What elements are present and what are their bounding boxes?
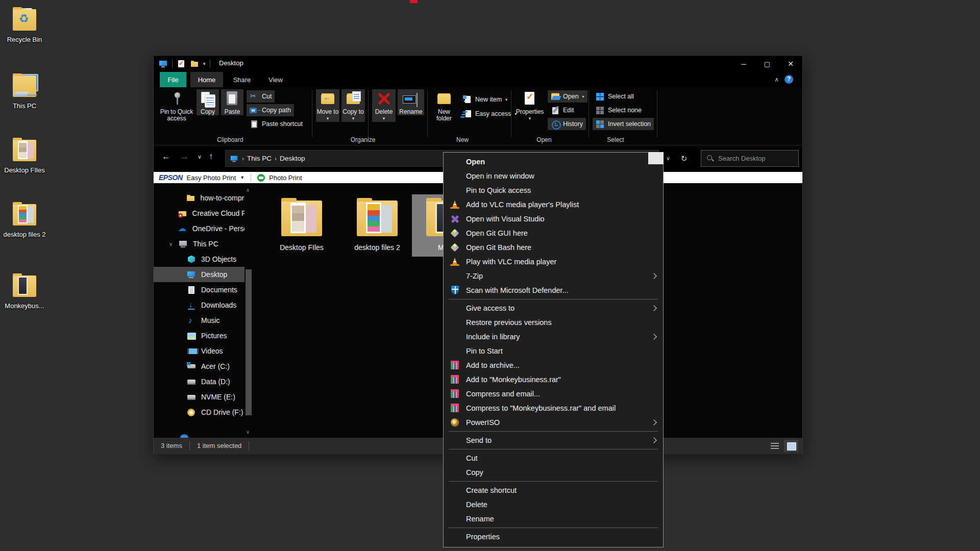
nav-item[interactable]: ∨ 3D Objects xyxy=(154,252,244,267)
context-menu-item[interactable]: Scan with Microsoft Defender... xyxy=(444,283,663,297)
scrollbar-thumb[interactable] xyxy=(246,269,252,415)
refresh-icon[interactable]: ↻ xyxy=(677,150,691,167)
paste-shortcut-button[interactable]: Paste shortcut xyxy=(247,118,306,130)
move-to-button[interactable]: Move to xyxy=(316,89,339,122)
minimize-button[interactable]: ─ xyxy=(732,56,755,72)
up-button[interactable]: ↑ xyxy=(209,152,213,162)
context-menu-item[interactable]: Open Git GUI here xyxy=(444,226,663,240)
nav-item[interactable]: ∨ Music xyxy=(154,313,244,328)
context-menu-item[interactable]: Rename xyxy=(444,512,663,526)
properties-quick-icon[interactable] xyxy=(177,60,186,68)
context-menu-item[interactable]: Add to "Monkeybusiness.rar" xyxy=(444,372,663,387)
nav-item[interactable]: ∨ Acer (C:) xyxy=(154,359,244,374)
breadcrumb-desktop[interactable]: Desktop xyxy=(280,155,305,162)
cut-button[interactable]: Cut xyxy=(247,90,275,103)
desktop-icon[interactable]: This PC xyxy=(0,71,49,110)
context-menu-item[interactable]: Include in library xyxy=(444,330,663,344)
file-tile[interactable]: Desktop FIles xyxy=(267,194,336,257)
select-all-button[interactable]: Select all xyxy=(593,90,637,103)
nav-item[interactable]: ∨ Videos xyxy=(154,343,244,359)
desktop-icon[interactable]: Monkeybus... xyxy=(0,271,49,310)
search-input[interactable]: Search Desktop xyxy=(701,150,799,167)
scroll-down-icon[interactable]: ∨ xyxy=(246,429,250,435)
submenu-chevron-icon xyxy=(651,273,656,279)
nav-scrollbar[interactable]: ∧ ∨ xyxy=(244,183,253,438)
close-button[interactable]: ✕ xyxy=(779,56,802,72)
nav-item[interactable]: ∨ Desktop xyxy=(154,267,244,282)
tab-view[interactable]: View xyxy=(261,72,290,87)
pin-to-quick-access-button[interactable]: Pin to Quick access xyxy=(160,89,193,122)
copy-to-button[interactable]: Copy to xyxy=(341,89,365,122)
context-menu-item[interactable]: Copy xyxy=(444,465,663,480)
context-menu-item[interactable]: Give access to xyxy=(444,301,663,315)
context-menu-item[interactable]: Create shortcut xyxy=(444,483,663,497)
nav-item[interactable]: ∨ CD Drive (F:) xyxy=(154,405,244,420)
context-menu-item[interactable]: Open Git Bash here xyxy=(444,240,663,255)
context-menu-item[interactable]: Add to VLC media player's Playlist xyxy=(444,197,663,212)
customize-qat-caret-icon[interactable]: ▾ xyxy=(203,61,206,66)
photo-print-button[interactable]: Photo Print xyxy=(269,174,302,182)
nav-item[interactable]: ∨ Pictures xyxy=(154,328,244,343)
nav-item[interactable]: ∨ OneDrive - Person xyxy=(154,221,244,236)
epson-dropdown-caret-icon[interactable]: ▼ xyxy=(240,175,244,180)
context-menu-item[interactable]: Delete xyxy=(444,497,663,512)
desktop-icon[interactable]: Recycle Bin xyxy=(0,5,49,43)
open-button[interactable]: Open xyxy=(548,90,587,103)
tab-file[interactable]: File xyxy=(160,72,186,87)
nav-item[interactable]: ∨ Documents xyxy=(154,282,244,297)
context-menu-item[interactable]: Compress and email... xyxy=(444,387,663,401)
maximize-button[interactable]: ▢ xyxy=(755,56,779,72)
paste-button[interactable]: Paste xyxy=(221,89,243,115)
context-menu-item[interactable]: Open with Visual Studio xyxy=(444,212,663,226)
expand-caret-icon[interactable]: ∨ xyxy=(169,241,174,247)
context-menu-item[interactable]: Cut xyxy=(444,451,663,465)
rename-button[interactable]: Rename xyxy=(398,89,424,115)
select-none-button[interactable]: Select none xyxy=(593,104,645,116)
nav-item[interactable]: ∨ This PC xyxy=(154,236,244,252)
context-menu-item[interactable]: Send to xyxy=(444,433,663,447)
context-menu-item[interactable]: Open xyxy=(444,155,663,169)
context-menu-item[interactable]: PowerISO xyxy=(444,415,663,430)
new-folder-button[interactable]: New folder xyxy=(431,89,457,122)
history-button[interactable]: History xyxy=(548,118,586,130)
desktop-icon[interactable]: Desktop FIles xyxy=(0,136,49,174)
ribbon-section-clipboard: Clipboard xyxy=(184,136,276,144)
new-folder-quick-icon[interactable] xyxy=(190,60,199,68)
recent-locations-caret-icon[interactable]: ∨ xyxy=(198,154,202,160)
context-menu-item[interactable]: Compress to "Monkeybusiness.rar" and ema… xyxy=(444,401,663,415)
desktop-icon[interactable]: desktop files 2 xyxy=(0,200,49,238)
file-tile[interactable]: desktop files 2 xyxy=(342,194,412,257)
nav-item[interactable]: ∨ Data (D:) xyxy=(154,374,244,389)
context-menu-item[interactable]: Play with VLC media player xyxy=(444,255,663,269)
copy-path-button[interactable]: Copy path xyxy=(247,104,294,116)
scroll-up-icon[interactable]: ∧ xyxy=(246,187,250,193)
context-menu-item[interactable]: Add to archive... xyxy=(444,358,663,372)
tab-home[interactable]: Home xyxy=(190,72,223,87)
properties-button[interactable]: Properties xyxy=(515,89,545,122)
nav-item[interactable]: ∨ how-to-compres xyxy=(154,190,244,206)
details-view-icon[interactable] xyxy=(768,440,782,452)
epson-product-label[interactable]: Easy Photo Print xyxy=(187,174,236,182)
context-menu-item[interactable]: Pin to Quick access xyxy=(444,183,663,197)
forward-button[interactable]: → xyxy=(180,152,189,162)
help-icon[interactable]: ? xyxy=(785,75,793,84)
nav-item[interactable]: ∨ NVME (E:) xyxy=(154,389,244,405)
context-menu-item[interactable]: Restore previous versions xyxy=(444,315,663,330)
breadcrumb-this-pc[interactable]: This PC xyxy=(247,155,272,162)
context-menu-item[interactable]: Properties xyxy=(444,530,663,544)
nav-item[interactable]: ∨ Downloads xyxy=(154,297,244,313)
copy-button[interactable]: Copy xyxy=(197,89,219,115)
title-bar[interactable]: ▾ Desktop ─ ▢ ✕ xyxy=(154,56,802,72)
delete-button[interactable]: Delete xyxy=(372,89,396,122)
context-menu-item[interactable]: Open in new window xyxy=(444,169,663,183)
context-menu-item[interactable]: 7-Zip xyxy=(444,269,663,283)
nav-item[interactable]: ∨ Creative Cloud File xyxy=(154,206,244,221)
tab-share[interactable]: Share xyxy=(226,72,258,87)
back-button[interactable]: ← xyxy=(162,152,170,162)
new-item-button[interactable]: New item xyxy=(460,93,510,106)
invert-selection-button[interactable]: Invert selection xyxy=(593,118,654,130)
context-menu-item[interactable]: Pin to Start xyxy=(444,344,663,358)
collapse-ribbon-icon[interactable]: ∧ xyxy=(774,76,779,83)
edit-button[interactable]: Edit xyxy=(548,104,577,116)
large-icons-view-icon[interactable] xyxy=(784,440,798,452)
